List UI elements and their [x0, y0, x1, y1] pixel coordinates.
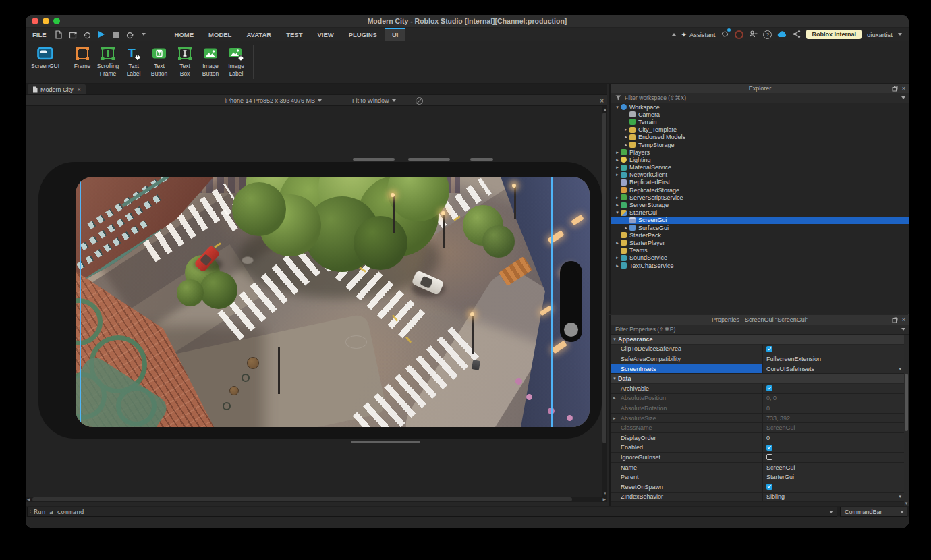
- checkbox-resetonspawn[interactable]: [766, 484, 772, 490]
- menu-tab-view[interactable]: VIEW: [310, 28, 341, 41]
- stop-icon[interactable]: [110, 30, 121, 40]
- emulator-handle[interactable]: [470, 158, 493, 161]
- tree-item-replicatedstorage[interactable]: ReplicatedStorage: [611, 186, 909, 194]
- section-expander-icon[interactable]: ▾: [611, 376, 618, 381]
- expander-icon[interactable]: ▸: [623, 134, 629, 140]
- tree-item-materialservice[interactable]: ▸MaterialService: [611, 164, 909, 171]
- emulator-handle[interactable]: [408, 158, 450, 161]
- expander-icon[interactable]: ▸: [614, 240, 621, 246]
- explorer-filter[interactable]: Filter workspace (⇧⌘X): [611, 93, 909, 103]
- tree-item-players[interactable]: ▸Players: [611, 148, 909, 156]
- property-value[interactable]: 733, 392: [763, 414, 904, 423]
- expander-icon[interactable]: ▸: [614, 263, 621, 269]
- tree-item-camera[interactable]: Camera: [611, 111, 909, 118]
- property-name[interactable]: Enabled: [611, 443, 763, 453]
- ribbon-item-scrolling-frame[interactable]: ScrollingFrame: [96, 45, 119, 77]
- command-bar-selector[interactable]: CommandBar: [840, 507, 907, 517]
- property-value[interactable]: 0: [763, 433, 904, 443]
- expander-icon[interactable]: ▾: [614, 105, 621, 110]
- ribbon-item-frame[interactable]: Frame: [71, 45, 94, 70]
- user-dropdown-icon[interactable]: [898, 33, 902, 36]
- command-history-dropdown-icon[interactable]: [829, 511, 833, 513]
- checkbox-ignoreguiinset[interactable]: [766, 454, 772, 460]
- property-row-resetonspawn[interactable]: ResetOnSpawn: [611, 482, 904, 493]
- property-value[interactable]: [763, 345, 904, 354]
- filter-dropdown-icon[interactable]: [901, 328, 905, 331]
- menu-tab-avatar[interactable]: AVATAR: [239, 28, 279, 41]
- property-value[interactable]: CoreUISafeInsets▾: [763, 364, 904, 374]
- sync-icon[interactable]: [721, 30, 729, 40]
- viewport-horizontal-scrollbar[interactable]: ◀ ▶: [26, 497, 607, 502]
- property-name[interactable]: ClipToDeviceSafeArea: [611, 345, 763, 354]
- property-value[interactable]: ScreenGui: [763, 423, 904, 432]
- assistant-button[interactable]: Assistant: [689, 31, 716, 38]
- username[interactable]: uiuxartist: [867, 31, 893, 38]
- new-file-icon[interactable]: [53, 30, 65, 40]
- filter-dropdown-icon[interactable]: [901, 96, 905, 99]
- ribbon-item-text-box[interactable]: TextBox: [173, 45, 196, 77]
- property-row-ignoreguiinset[interactable]: IgnoreGuiInset: [611, 453, 904, 463]
- property-value[interactable]: 0, 0: [763, 394, 904, 403]
- property-row-absoluterotation[interactable]: AbsoluteRotation0: [611, 403, 904, 414]
- property-row-screeninsets[interactable]: ScreenInsetsCoreUISafeInsets▾: [611, 364, 904, 374]
- property-name[interactable]: ▸AbsolutePosition: [611, 394, 763, 403]
- fit-dropdown-icon[interactable]: [392, 99, 396, 102]
- expander-icon[interactable]: ▸: [623, 127, 629, 132]
- properties-scrollbar[interactable]: ▼: [904, 335, 909, 506]
- command-input-wrap[interactable]: ⁞: [27, 507, 837, 517]
- menu-tab-ui[interactable]: UI: [385, 28, 406, 41]
- ribbon-item-text-label[interactable]: TTextLabel: [122, 45, 145, 77]
- collapse-ribbon-icon[interactable]: [672, 33, 676, 36]
- tree-item-terrain[interactable]: Terrain: [611, 118, 909, 125]
- property-value[interactable]: Sibling▾: [763, 493, 904, 502]
- property-row-classname[interactable]: ClassNameScreenGui: [611, 423, 904, 433]
- property-name[interactable]: ▸AbsoluteSize: [611, 414, 763, 423]
- expander-icon[interactable]: ▸: [623, 142, 629, 148]
- avatar[interactable]: [735, 30, 743, 39]
- expander-icon[interactable]: ▸: [614, 255, 621, 260]
- memory-dropdown-icon[interactable]: [318, 99, 322, 102]
- fit-mode[interactable]: Fit to Window: [352, 97, 389, 104]
- properties-header[interactable]: Properties - ScreenGui "ScreenGui" ×: [611, 315, 909, 325]
- undo-icon[interactable]: [124, 30, 136, 40]
- property-row-zindexbehavior[interactable]: ZIndexBehaviorSibling▾: [611, 493, 904, 503]
- property-value[interactable]: 0: [763, 403, 904, 413]
- expander-icon[interactable]: ▸: [623, 225, 629, 231]
- property-row-safeareacompatibility[interactable]: SafeAreaCompatibilityFullscreenExtension: [611, 354, 904, 364]
- expander-icon[interactable]: ▸: [614, 165, 621, 170]
- drag-handle-icon[interactable]: ⁞: [28, 509, 32, 515]
- property-name[interactable]: Parent: [611, 472, 763, 482]
- close-panel-icon[interactable]: ×: [902, 316, 905, 323]
- tree-item-lighting[interactable]: ▸Lighting: [611, 156, 909, 163]
- tree-item-screengui[interactable]: ScreenGui: [611, 217, 909, 224]
- expander-icon[interactable]: ▾: [614, 210, 621, 215]
- menu-tab-model[interactable]: MODEL: [201, 28, 239, 41]
- document-tab-close-icon[interactable]: ×: [78, 86, 81, 93]
- open-file-icon[interactable]: [67, 30, 79, 40]
- property-row-displayorder[interactable]: DisplayOrder0: [611, 433, 904, 443]
- property-row-name[interactable]: NameScreenGui: [611, 463, 904, 473]
- menu-tab-plugins[interactable]: PLUGINS: [341, 28, 385, 41]
- property-section-appearance[interactable]: ▾Appearance: [611, 335, 904, 345]
- property-name[interactable]: Archivable: [611, 384, 763, 393]
- ribbon-item-text-button[interactable]: TextButton: [148, 45, 171, 77]
- property-name[interactable]: ResetOnSpawn: [611, 482, 763, 492]
- mute-icon[interactable]: [416, 97, 423, 105]
- value-dropdown-icon[interactable]: ▾: [899, 366, 901, 372]
- property-value[interactable]: FullscreenExtension: [763, 354, 904, 364]
- float-panel-icon[interactable]: [892, 317, 898, 323]
- property-name[interactable]: ScreenInsets: [611, 364, 763, 374]
- tree-item-surfacegui[interactable]: ▸SurfaceGui: [611, 224, 909, 231]
- emulator-handle[interactable]: [351, 441, 420, 443]
- property-row-cliptodevicesafearea[interactable]: ClipToDeviceSafeArea: [611, 345, 904, 355]
- ribbon-item-screengui[interactable]: ScreenGUI: [31, 45, 59, 70]
- expander-icon[interactable]: ▸: [614, 172, 621, 177]
- explorer-header[interactable]: Explorer ×: [611, 84, 909, 93]
- tree-item-networkclient[interactable]: ▸NetworkClient: [611, 171, 909, 179]
- expander-icon[interactable]: ▸: [614, 150, 621, 155]
- property-name[interactable]: ClassName: [611, 423, 763, 432]
- share-icon[interactable]: [793, 30, 801, 40]
- device-memory[interactable]: 4976 MB: [291, 97, 315, 104]
- checkbox-archivable[interactable]: [766, 385, 772, 391]
- tree-item-serverstorage[interactable]: ▸ServerStorage: [611, 201, 909, 208]
